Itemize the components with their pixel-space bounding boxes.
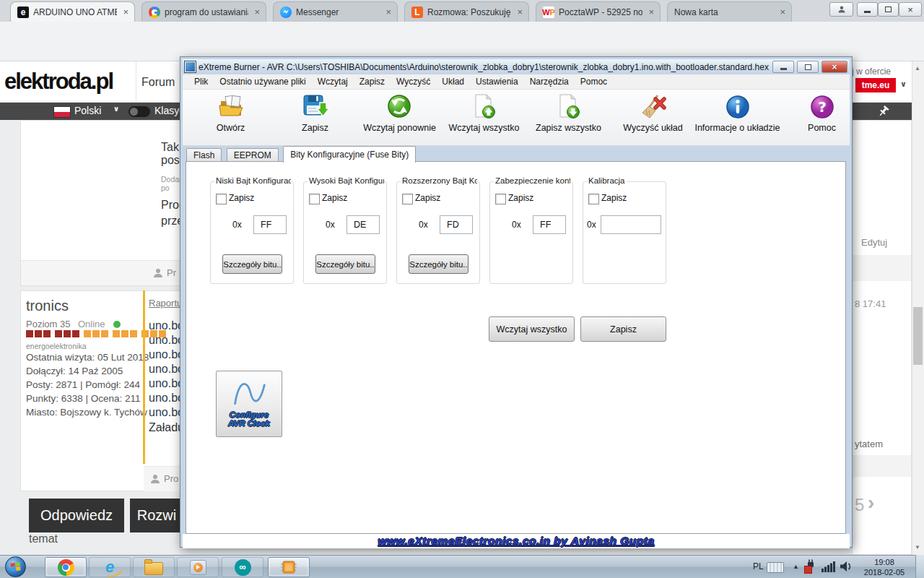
language-chevron-icon[interactable]: ∨ xyxy=(113,105,119,113)
tme-badge[interactable]: tme.eu xyxy=(855,78,896,92)
toolbar-open-button[interactable]: Otwórz xyxy=(188,92,273,145)
tab-close-icon[interactable]: × xyxy=(778,7,787,17)
taskbar-chrome[interactable] xyxy=(45,557,87,577)
fuse-high-input[interactable] xyxy=(346,215,380,234)
browser-tab-new[interactable]: Nowa karta × xyxy=(667,1,792,22)
browser-tab-google[interactable]: program do ustawiania × xyxy=(141,1,266,22)
write-checkbox[interactable] xyxy=(309,194,320,204)
browser-tab-messenger[interactable]: Messenger × xyxy=(273,1,398,22)
bit-details-button[interactable]: Szczegóły bitu.. xyxy=(409,254,468,274)
chevron-down-icon[interactable]: ∨ xyxy=(900,79,907,89)
write-checkbox[interactable] xyxy=(495,194,506,204)
show-desktop-button[interactable] xyxy=(915,555,924,578)
lock-bits-input[interactable] xyxy=(533,215,566,234)
fuse-extended-input[interactable] xyxy=(440,215,473,234)
browser-minimize-button[interactable] xyxy=(857,2,878,17)
pushpin-icon[interactable] xyxy=(878,105,889,117)
write-label: Zapisz xyxy=(415,193,440,203)
elektroda-logo[interactable]: elektroda.pl xyxy=(4,69,113,95)
menu-write[interactable]: Zapisz xyxy=(354,75,391,88)
fuse-low-input[interactable] xyxy=(253,215,287,234)
toolbar-read-all-button[interactable]: Wczytaj wszystko xyxy=(442,92,526,145)
taskbar-media-player[interactable] xyxy=(177,557,219,577)
hex-prefix: 0x xyxy=(326,220,335,230)
taskbar-arduino[interactable]: ∞ xyxy=(222,557,263,577)
clock-button-line1: Configure xyxy=(230,410,269,419)
forum-link[interactable]: Forum xyxy=(141,76,175,89)
profile-label[interactable]: Pro xyxy=(164,473,178,484)
calibration-input[interactable] xyxy=(601,215,661,234)
expand-thread-button[interactable]: Rozwi xyxy=(130,499,183,532)
taskbar-explorer[interactable] xyxy=(133,557,175,577)
sine-wave-icon xyxy=(228,374,270,410)
username[interactable]: tronics xyxy=(26,298,69,314)
browser-tab-rozmowa[interactable]: L Rozmowa: Poszukuję n × xyxy=(404,1,529,22)
menu-erase[interactable]: Wyczyść xyxy=(391,75,436,88)
toolbar-help-button[interactable]: ? Pomoc xyxy=(780,92,864,145)
scrollbar-thumb[interactable] xyxy=(913,307,923,365)
classic-toggle[interactable] xyxy=(128,106,150,117)
next-page-icon[interactable]: › xyxy=(868,491,874,514)
write-checkbox[interactable] xyxy=(402,194,413,204)
write-button[interactable]: Zapisz xyxy=(580,316,666,342)
banner-text: www.eXtremeElectronics.co.in by Avinash … xyxy=(378,535,654,548)
banner: www.eXtremeElectronics.co.in by Avinash … xyxy=(183,534,850,548)
browser-tab-arduino[interactable]: e ARDUINO UNO ATMEL × xyxy=(10,1,135,22)
level-square xyxy=(84,330,91,337)
toolbar-write-all-button[interactable]: Zapisz wszystko xyxy=(526,92,611,145)
start-button[interactable] xyxy=(5,556,26,577)
tab-close-icon[interactable]: × xyxy=(253,7,261,17)
menu-read[interactable]: Wczytaj xyxy=(312,75,354,88)
user-points: Punkty: 6338 | Ocena: 211 xyxy=(26,393,141,404)
tab-eeprom[interactable]: EEPROM xyxy=(227,148,279,163)
scroll-down-icon[interactable]: ▼ xyxy=(915,544,920,551)
tray-expand-icon[interactable]: ▲ xyxy=(793,563,799,570)
tab-close-icon[interactable]: × xyxy=(384,7,393,17)
bit-details-button[interactable]: Szczegóły bitu.. xyxy=(315,254,375,274)
toolbar-erase-button[interactable]: Wyczyść układ xyxy=(611,92,695,145)
menu-chip[interactable]: Układ xyxy=(436,75,470,88)
scroll-up-icon[interactable]: ▲ xyxy=(915,65,920,72)
window-titlebar[interactable]: eXtreme Burner - AVR C:\Users\TOSHIBA\Do… xyxy=(183,59,850,74)
keyboard-icon[interactable] xyxy=(767,562,784,573)
write-checkbox[interactable] xyxy=(216,194,227,204)
window-close-button[interactable]: × xyxy=(821,61,847,73)
configure-avr-clock-button[interactable]: Configure AVR Clock xyxy=(216,371,282,437)
taskbar-extreme-burner[interactable] xyxy=(268,557,310,577)
menu-recent-files[interactable]: Ostatnio używane pliki xyxy=(214,75,311,88)
l-favicon: L xyxy=(411,7,423,18)
tray-clock[interactable]: 19:08 2018-02-05 xyxy=(858,557,911,577)
toolbar-reload-button[interactable]: Wczytaj ponownie xyxy=(357,92,442,145)
browser-maximize-button[interactable] xyxy=(878,2,899,17)
menu-tools[interactable]: Narzędzia xyxy=(524,75,575,88)
menu-help[interactable]: Pomoc xyxy=(575,75,613,88)
menu-settings[interactable]: Ustawienia xyxy=(470,75,524,88)
tab-close-icon[interactable]: × xyxy=(121,7,130,17)
window-minimize-button[interactable] xyxy=(772,61,794,73)
taskbar-internet-explorer[interactable]: e xyxy=(89,557,131,577)
menu-plik[interactable]: Plik xyxy=(188,75,214,88)
network-signal-icon[interactable] xyxy=(821,561,836,573)
toolbar-chip-info-button[interactable]: Informacje o układzie xyxy=(695,92,780,145)
tab-close-icon[interactable]: × xyxy=(647,7,655,17)
tab-close-icon[interactable]: × xyxy=(515,7,524,17)
browser-tab-pocztawp[interactable]: WP PocztaWP - 52925 now × xyxy=(536,1,661,22)
keyboard-language[interactable]: PL xyxy=(753,561,764,571)
edit-link[interactable]: Edytuj xyxy=(861,237,887,248)
window-restore-button[interactable] xyxy=(797,61,819,73)
page-number[interactable]: 5 xyxy=(855,495,864,515)
bit-details-button[interactable]: Szczegóły bitu.. xyxy=(222,254,282,274)
profile-button[interactable] xyxy=(829,2,853,17)
clock-button-line2: AVR Clock xyxy=(228,419,270,428)
speaker-icon[interactable] xyxy=(839,560,852,573)
tab-flash[interactable]: Flash xyxy=(186,148,222,163)
report-link[interactable]: Raportu xyxy=(149,298,182,309)
tab-fuse-bits[interactable]: Bity Konfiguracyjne (Fuse Bity) xyxy=(283,146,416,163)
browser-close-button[interactable]: × xyxy=(899,2,922,17)
read-all-button[interactable]: Wczytaj wszystko xyxy=(489,316,575,342)
profile-label[interactable]: Pr xyxy=(167,267,176,278)
toolbar-save-button[interactable]: Zapisz xyxy=(273,92,357,145)
reply-button[interactable]: Odpowiedz xyxy=(29,499,124,532)
language-label[interactable]: Polski xyxy=(74,105,101,116)
write-checkbox[interactable] xyxy=(588,194,599,204)
